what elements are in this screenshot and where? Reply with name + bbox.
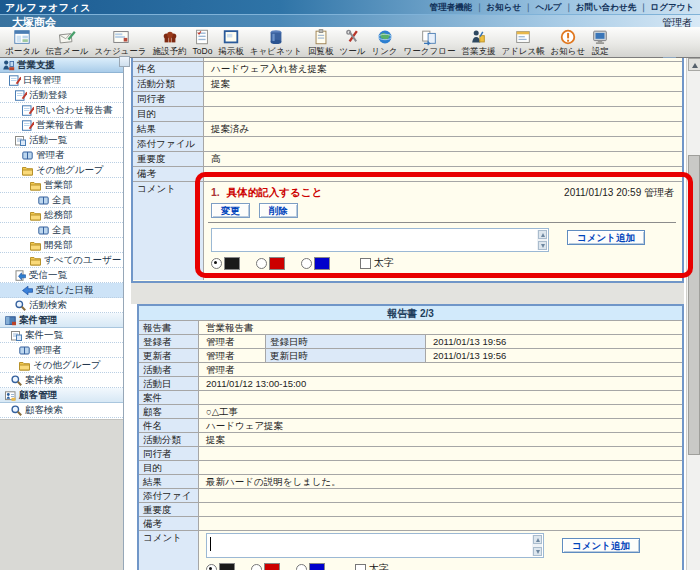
link-contact[interactable]: お問い合わせ先 (576, 2, 636, 12)
todo-icon (193, 28, 211, 46)
toolbar-item-settings[interactable]: 設定 (588, 28, 612, 56)
change-button[interactable]: 変更 (211, 203, 250, 218)
sidebar-item-activity-search[interactable]: 活動検索 (0, 298, 123, 313)
bold-label: 太字 (374, 256, 394, 270)
textarea-scroll-down[interactable] (533, 547, 542, 556)
textarea-scroll-up[interactable] (538, 230, 547, 239)
sidebar-item-sales-dept[interactable]: 営業部 (0, 178, 123, 193)
book-icon (37, 224, 50, 237)
blue-swatch[interactable] (309, 563, 325, 570)
color-radio-red[interactable] (251, 564, 262, 570)
toolbar-item-scheduler[interactable]: スケジューラ (92, 28, 150, 56)
toolbar-item-message-mail[interactable]: 伝言メール (43, 28, 92, 56)
header-links: 管理者機能｜お知らせ｜ヘルプ｜お問い合わせ先｜ログアウト (430, 2, 694, 14)
textarea-scroll-down[interactable] (538, 241, 547, 250)
table-row: 更新者管理者更新日時2011/01/13 19:56 (139, 349, 682, 363)
sales-support-icon (469, 28, 487, 46)
color-radio-red[interactable] (256, 258, 267, 269)
toolbar-item-portal[interactable]: ポータル (2, 28, 43, 56)
sidebar-item-activity-list[interactable]: 活動一覧 (0, 133, 123, 148)
black-swatch[interactable] (219, 563, 235, 570)
list-icon (14, 134, 27, 147)
sidebar-item-development-dept[interactable]: 開発部 (0, 238, 123, 253)
sidebar-item-admin[interactable]: 管理者 (0, 148, 123, 163)
comment-area-1: 2011/01/13 20:59 管理者 1.具体的記入すること 変更 削除 コ… (204, 182, 682, 280)
sidebar-item-case-admin[interactable]: 管理者 (0, 343, 123, 358)
sidebar-item-case-list[interactable]: 案件一覧 (0, 328, 123, 343)
facility-reservation-icon (161, 28, 179, 46)
add-comment-button-2[interactable]: コメント追加 (562, 538, 640, 553)
sidebar-item-sales-support[interactable]: 営業支援 (0, 58, 123, 73)
sidebar-item-all-members-1[interactable]: 全員 (0, 193, 123, 208)
color-radio-blue[interactable] (301, 258, 312, 269)
red-swatch[interactable] (269, 257, 285, 270)
list-icon (10, 329, 23, 342)
bold-checkbox-1[interactable] (360, 258, 371, 269)
vertical-scrollbar[interactable] (686, 58, 700, 570)
titlebar: アルファオフィス 管理者機能｜お知らせ｜ヘルプ｜お問い合わせ先｜ログアウト (0, 0, 700, 14)
sidebar-item-case-search[interactable]: 案件検索 (0, 373, 123, 388)
sidebar-item-received-list[interactable]: 受信一覧 (0, 268, 123, 283)
sidebar-item-activity-register[interactable]: 活動登録 (0, 88, 123, 103)
sidebar-item-received-reports[interactable]: 受信した日報 (0, 283, 123, 298)
sidebar-item-case-other-groups[interactable]: その他グループ (0, 358, 123, 373)
sidebar-item-sales-report[interactable]: 営業報告書 (0, 118, 123, 133)
report-note-icon (8, 74, 21, 87)
notice-icon (559, 28, 577, 46)
add-comment-button-1[interactable]: コメント追加 (567, 230, 645, 245)
toolbar-item-address-book[interactable]: アドレス帳 (498, 28, 547, 56)
scrollbar-thumb[interactable] (688, 155, 700, 455)
toolbar-item-sales-support[interactable]: 営業支援 (458, 28, 498, 56)
toolbar-item-circular-board[interactable]: 回覧板 (305, 28, 337, 56)
sidebar-item-all-users[interactable]: すべてのユーザー (0, 253, 123, 268)
link-admin-functions[interactable]: 管理者機能 (430, 2, 473, 12)
comment-input-2[interactable] (206, 533, 544, 558)
bold-label: 太字 (369, 562, 389, 570)
sidebar-item-case-mgmt[interactable]: 案件管理 (0, 313, 123, 328)
sidebar-item-customer-mgmt[interactable]: 顧客管理 (0, 388, 123, 403)
scroll-up-button[interactable] (688, 58, 700, 71)
comment-meta: 2011/01/13 20:59 管理者 (564, 186, 674, 200)
black-swatch[interactable] (224, 257, 240, 270)
color-radio-black[interactable] (211, 258, 222, 269)
toolbar-item-tools[interactable]: ツール (337, 28, 369, 56)
toolbar-item-facility[interactable]: 施設予約 (150, 28, 190, 56)
color-radio-blue[interactable] (296, 564, 307, 570)
body: 営業支援 日報管理 活動登録 問い合わせ報告書 営業報告書 活動一覧 管理者 そ… (0, 58, 700, 570)
sidebar-item-customer-search[interactable]: 顧客検索 (0, 403, 123, 418)
link-news[interactable]: お知らせ (487, 2, 522, 12)
red-swatch[interactable] (264, 563, 280, 570)
blue-swatch[interactable] (314, 257, 330, 270)
address-book-icon (514, 28, 532, 46)
customer-icon (4, 389, 17, 402)
table-row: 報告書営業報告書 (139, 321, 682, 335)
report-page-title: 報告書 2/3 (139, 306, 682, 321)
sidebar-item-general-affairs-dept[interactable]: 総務部 (0, 208, 123, 223)
link-separator: ｜ (475, 2, 483, 12)
link-separator: ｜ (639, 2, 647, 12)
table-row: 添付ファイル (133, 137, 682, 152)
app-title: アルファオフィス (5, 1, 91, 15)
book-icon (18, 344, 31, 357)
main-panel: 件名ハードウェア入れ替え提案 活動分類提案 同行者 目的 結果提案済み 添付ファ… (125, 58, 686, 570)
toolbar-item-notice[interactable]: お知らせ (548, 28, 589, 56)
sidebar-item-inquiry-report[interactable]: 問い合わせ報告書 (0, 103, 123, 118)
book-icon (21, 149, 34, 162)
toolbar-item-cabinet[interactable]: キャビネット (247, 28, 305, 56)
textarea-scroll-up[interactable] (533, 535, 542, 544)
link-help[interactable]: ヘルプ (535, 2, 561, 12)
sidebar-item-daily-report-mgmt[interactable]: 日報管理 (0, 73, 123, 88)
color-radio-black[interactable] (206, 564, 217, 570)
sidebar-item-other-groups[interactable]: その他グループ (0, 163, 123, 178)
comment-input-1[interactable] (211, 228, 549, 252)
bold-checkbox-2[interactable] (355, 564, 366, 570)
link-logout[interactable]: ログアウト (651, 2, 695, 12)
sidebar-item-all-members-2[interactable]: 全員 (0, 223, 123, 238)
toolbar-item-workflow[interactable]: ワークフロー (401, 28, 459, 56)
toolbar-item-bulletin-board[interactable]: 掲示板 (215, 28, 247, 56)
delete-button[interactable]: 削除 (259, 203, 298, 218)
table-row: 活動分類提案 (139, 433, 682, 447)
toolbar-item-link[interactable]: リンク (368, 28, 400, 56)
sales-group-icon (2, 59, 15, 72)
toolbar-item-todo[interactable]: ToDo (190, 28, 216, 56)
